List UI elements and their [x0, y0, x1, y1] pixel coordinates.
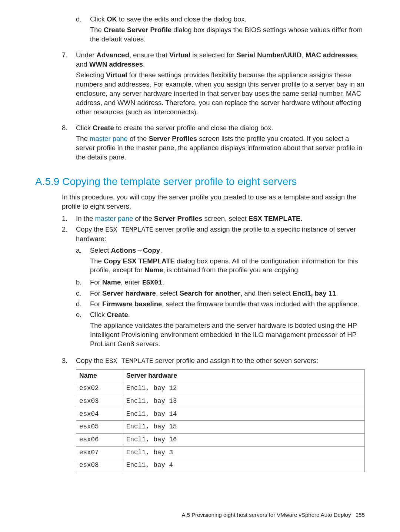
table-row: esx02Encl1, bay 12 [76, 382, 365, 395]
cell-name: esx03 [76, 395, 123, 408]
table-header-row: Name Server hardware [76, 369, 365, 382]
text: , ensure that [129, 51, 169, 59]
actions-bold: Actions [111, 246, 136, 254]
table-header-name: Name [76, 369, 123, 382]
section-intro: In this procedure, you will copy the ser… [62, 193, 365, 211]
master-pane-link[interactable]: master pane [90, 135, 128, 142]
step-8: 8. Click Create to create the server pro… [62, 124, 365, 165]
name-bold-2: Name [102, 278, 121, 286]
footer-text: A.5 Provisioning eight host servers for … [182, 512, 351, 518]
server-profiles-bold: Server Profiles [149, 135, 197, 142]
cell-hw: Encl1, bay 12 [123, 382, 365, 395]
text: Copy the [76, 225, 105, 233]
text: screen, select [202, 215, 248, 222]
table-row: esx06Encl1, bay 16 [76, 433, 365, 446]
text: of the [133, 215, 154, 222]
esx01-mono: ESX01 [142, 279, 162, 286]
esx-template-mono: ESX TEMPLATE [105, 226, 153, 233]
substep-d-container: d. Click OK to save the edits and close … [76, 15, 365, 47]
text: to create the server profile and close t… [114, 124, 273, 132]
step-3: 3. Copy the ESX TEMPLATE server profile … [62, 356, 365, 472]
section-body: In this procedure, you will copy the ser… [62, 193, 365, 472]
copy-bold: Copy [143, 246, 160, 254]
virtual-bold-2: Virtual [106, 71, 127, 79]
substep-2c-label: c. [76, 289, 90, 298]
cell-name: esx07 [76, 446, 123, 459]
table-row: esx04Encl1, bay 14 [76, 408, 365, 421]
text: Click [90, 15, 107, 23]
text: Click [76, 124, 93, 132]
text: The [90, 257, 104, 265]
text: , select the firmware bundle that was in… [162, 300, 359, 308]
text: server profile and assign it to the othe… [153, 357, 318, 364]
step-8-label: 8. [62, 124, 76, 133]
cell-hw: Encl1, bay 13 [123, 395, 365, 408]
substep-2e-label: e. [76, 310, 90, 320]
substep-2d-body: For Firmware baseline, select the firmwa… [90, 300, 365, 309]
text: . [162, 278, 164, 286]
search-another-bold: Search for another [180, 289, 241, 297]
substep-2a-para: The Copy ESX TEMPLATE dialog box opens. … [90, 257, 365, 275]
esx-template-mono-2: ESX TEMPLATE [105, 357, 153, 365]
table-row: esx07Encl1, bay 3 [76, 446, 365, 459]
text: In the [76, 215, 95, 222]
mac-bold: MAC addresses [306, 51, 357, 59]
substep-2b-label: b. [76, 278, 90, 287]
sn-uuid-bold: Serial Number/UUID [237, 51, 302, 59]
text: Selecting [76, 71, 106, 79]
create-bold-2: Create [107, 311, 128, 319]
page-footer: A.5 Provisioning eight host servers for … [182, 512, 365, 518]
text: is selected for [190, 51, 236, 59]
step-1-body: In the master pane of the Server Profile… [76, 214, 365, 223]
substep-2a-body: Select Actions→Copy. The Copy ESX TEMPLA… [90, 246, 365, 278]
cell-hw: Encl1, bay 3 [123, 446, 365, 459]
text: For [90, 300, 102, 308]
text: The [90, 26, 104, 34]
substep-2e-para: The appliance validates the parameters a… [90, 321, 365, 349]
server-profile-table: Name Server hardware esx02Encl1, bay 12 … [76, 369, 365, 472]
substep-2a: a. Select Actions→Copy. The Copy ESX TEM… [76, 246, 365, 278]
step-7-body: Under Advanced, ensure that Virtual is s… [76, 51, 365, 120]
text: Under [76, 51, 97, 59]
text: , and then select [240, 289, 293, 297]
wwn-bold: WWN addresses [89, 60, 143, 68]
substep-2b-body: For Name, enter ESX01. [90, 278, 365, 287]
text: of the [128, 135, 149, 142]
text: Click [90, 311, 107, 319]
text: . [128, 311, 130, 319]
substep-2c: c. For Server hardware, select Search fo… [76, 289, 365, 298]
step-8-para: The master pane of the Server Profiles s… [76, 134, 365, 162]
master-pane-link-2[interactable]: master pane [95, 215, 133, 222]
server-hardware-bold: Server hardware [102, 289, 156, 297]
cell-name: esx05 [76, 421, 123, 434]
continuation-block: d. Click OK to save the edits and close … [62, 15, 365, 165]
step-1: 1. In the master pane of the Server Prof… [62, 214, 365, 223]
text: , [301, 51, 305, 59]
substep-d-label: d. [76, 15, 90, 24]
page-content: d. Click OK to save the edits and close … [0, 0, 400, 487]
substep-d-body: Click OK to save the edits and close the… [90, 15, 365, 47]
virtual-bold: Virtual [169, 51, 190, 59]
step-3-label: 3. [62, 356, 76, 366]
text: , is obtained from the profile you are c… [163, 266, 300, 274]
step-7-para: Selecting Virtual for these settings pro… [76, 71, 365, 117]
section-heading: A.5.9 Copying the template server profil… [35, 175, 365, 189]
step-8-body: Click Create to create the server profil… [76, 124, 365, 165]
ok-bold: OK [107, 15, 117, 23]
substep-d-para: The Create Server Profile dialog box dis… [90, 26, 365, 44]
table-row: esx08Encl1, bay 4 [76, 459, 365, 472]
substep-2e: e. Click Create. The appliance validates… [76, 310, 365, 352]
substep-2d: d. For Firmware baseline, select the fir… [76, 300, 365, 309]
step-7-label: 7. [62, 51, 76, 60]
text: . [336, 289, 338, 297]
text: , select [156, 289, 180, 297]
substep-2d-label: d. [76, 300, 90, 309]
advanced-bold: Advanced [97, 51, 129, 59]
create-sp-bold: Create Server Profile [104, 26, 171, 34]
text: The [76, 135, 90, 142]
table-row: esx03Encl1, bay 13 [76, 395, 365, 408]
table-header-hw: Server hardware [123, 369, 365, 382]
substep-2b: b. For Name, enter ESX01. [76, 278, 365, 287]
substep-2e-body: Click Create. The appliance validates th… [90, 310, 365, 352]
create-bold: Create [93, 124, 114, 132]
